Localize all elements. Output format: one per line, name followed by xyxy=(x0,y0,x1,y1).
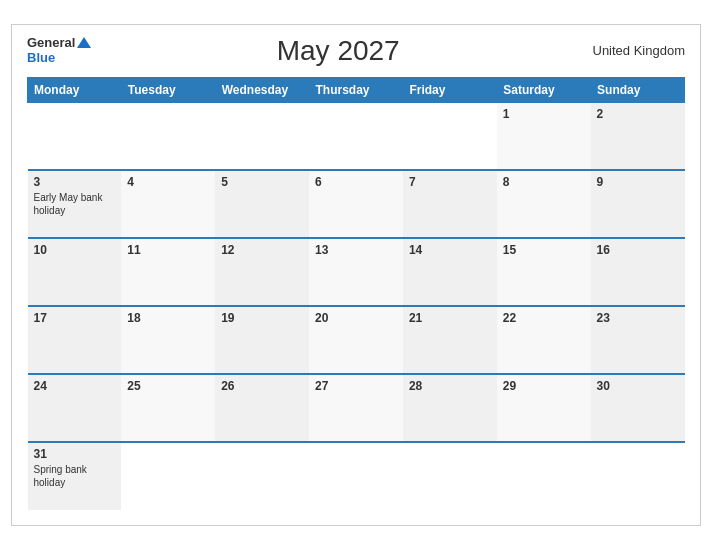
calendar-cell: 16 xyxy=(591,238,685,306)
calendar-cell: 13 xyxy=(309,238,403,306)
day-number: 20 xyxy=(315,311,397,325)
day-number: 3 xyxy=(34,175,116,189)
day-number: 5 xyxy=(221,175,303,189)
calendar-cell: 3Early May bank holiday xyxy=(28,170,122,238)
calendar-cell: 22 xyxy=(497,306,591,374)
logo-triangle-icon xyxy=(77,37,91,48)
day-number: 12 xyxy=(221,243,303,257)
day-number: 13 xyxy=(315,243,397,257)
day-number: 19 xyxy=(221,311,303,325)
calendar-cell: 5 xyxy=(215,170,309,238)
day-number: 18 xyxy=(127,311,209,325)
calendar-cell: 19 xyxy=(215,306,309,374)
calendar-cell: 25 xyxy=(121,374,215,442)
calendar-cell xyxy=(309,102,403,170)
calendar-cell: 12 xyxy=(215,238,309,306)
calendar-cell: 8 xyxy=(497,170,591,238)
holiday-label: Early May bank holiday xyxy=(34,192,103,216)
day-header-thursday: Thursday xyxy=(309,77,403,102)
day-number: 23 xyxy=(597,311,679,325)
calendar-cell xyxy=(28,102,122,170)
calendar-cell: 28 xyxy=(403,374,497,442)
day-number: 16 xyxy=(597,243,679,257)
day-number: 22 xyxy=(503,311,585,325)
day-number: 11 xyxy=(127,243,209,257)
calendar-cell xyxy=(497,442,591,510)
holiday-label: Spring bank holiday xyxy=(34,464,87,488)
calendar-cell: 23 xyxy=(591,306,685,374)
calendar-cell: 9 xyxy=(591,170,685,238)
calendar-cell: 1 xyxy=(497,102,591,170)
calendar-header: General Blue May 2027 United Kingdom xyxy=(27,35,685,67)
week-row-1: 3Early May bank holiday456789 xyxy=(28,170,685,238)
day-header-monday: Monday xyxy=(28,77,122,102)
week-row-0: 12 xyxy=(28,102,685,170)
day-number: 8 xyxy=(503,175,585,189)
week-row-3: 17181920212223 xyxy=(28,306,685,374)
calendar-cell xyxy=(591,442,685,510)
calendar-cell: 11 xyxy=(121,238,215,306)
calendar-container: General Blue May 2027 United Kingdom Mon… xyxy=(11,24,701,527)
day-number: 14 xyxy=(409,243,491,257)
week-row-4: 24252627282930 xyxy=(28,374,685,442)
calendar-cell: 7 xyxy=(403,170,497,238)
day-number: 15 xyxy=(503,243,585,257)
day-number: 24 xyxy=(34,379,116,393)
calendar-title: May 2027 xyxy=(91,35,585,67)
calendar-cell: 14 xyxy=(403,238,497,306)
day-number: 7 xyxy=(409,175,491,189)
calendar-cell: 26 xyxy=(215,374,309,442)
calendar-cell: 15 xyxy=(497,238,591,306)
calendar-cell: 17 xyxy=(28,306,122,374)
week-row-2: 10111213141516 xyxy=(28,238,685,306)
day-number: 9 xyxy=(597,175,679,189)
day-header-sunday: Sunday xyxy=(591,77,685,102)
days-header-row: MondayTuesdayWednesdayThursdayFridaySatu… xyxy=(28,77,685,102)
calendar-cell: 20 xyxy=(309,306,403,374)
day-number: 29 xyxy=(503,379,585,393)
logo-blue-text: Blue xyxy=(27,51,55,65)
day-number: 25 xyxy=(127,379,209,393)
logo-general-text: General xyxy=(27,36,75,50)
calendar-cell xyxy=(121,442,215,510)
day-number: 17 xyxy=(34,311,116,325)
day-header-friday: Friday xyxy=(403,77,497,102)
calendar-cell: 27 xyxy=(309,374,403,442)
calendar-cell xyxy=(403,442,497,510)
day-number: 4 xyxy=(127,175,209,189)
calendar-cell: 4 xyxy=(121,170,215,238)
calendar-cell: 24 xyxy=(28,374,122,442)
day-number: 2 xyxy=(597,107,679,121)
calendar-cell: 2 xyxy=(591,102,685,170)
day-number: 28 xyxy=(409,379,491,393)
day-number: 6 xyxy=(315,175,397,189)
day-number: 21 xyxy=(409,311,491,325)
day-number: 30 xyxy=(597,379,679,393)
day-header-saturday: Saturday xyxy=(497,77,591,102)
calendar-cell: 29 xyxy=(497,374,591,442)
logo: General Blue xyxy=(27,36,91,65)
calendar-cell: 10 xyxy=(28,238,122,306)
day-header-tuesday: Tuesday xyxy=(121,77,215,102)
calendar-cell: 21 xyxy=(403,306,497,374)
week-row-5: 31Spring bank holiday xyxy=(28,442,685,510)
calendar-table: MondayTuesdayWednesdayThursdayFridaySatu… xyxy=(27,77,685,511)
calendar-cell xyxy=(309,442,403,510)
calendar-cell xyxy=(121,102,215,170)
calendar-cell: 18 xyxy=(121,306,215,374)
calendar-cell xyxy=(215,442,309,510)
calendar-cell: 6 xyxy=(309,170,403,238)
day-number: 1 xyxy=(503,107,585,121)
calendar-cell xyxy=(403,102,497,170)
calendar-cell: 30 xyxy=(591,374,685,442)
calendar-region: United Kingdom xyxy=(585,43,685,58)
calendar-cell: 31Spring bank holiday xyxy=(28,442,122,510)
calendar-cell xyxy=(215,102,309,170)
day-number: 10 xyxy=(34,243,116,257)
day-number: 31 xyxy=(34,447,116,461)
day-number: 27 xyxy=(315,379,397,393)
day-number: 26 xyxy=(221,379,303,393)
day-header-wednesday: Wednesday xyxy=(215,77,309,102)
